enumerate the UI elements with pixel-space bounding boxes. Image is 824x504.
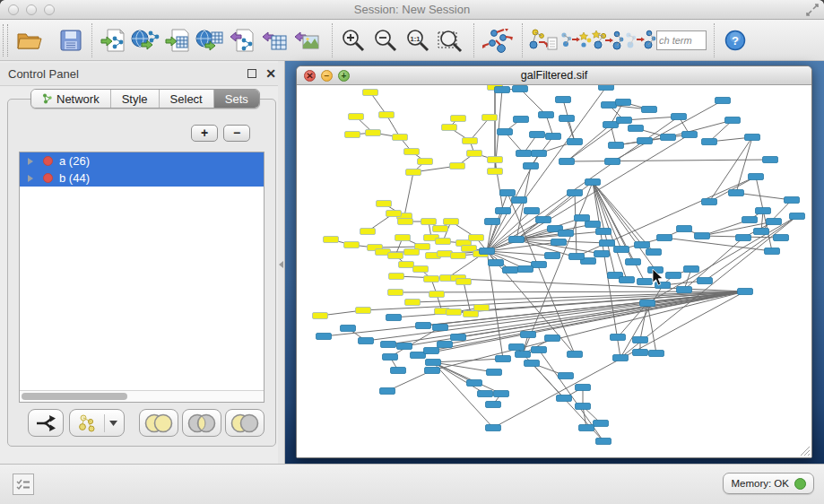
horizontal-scrollbar[interactable] [20,390,264,402]
graph-node-blue[interactable] [600,240,615,247]
tab-sets[interactable]: Sets [214,90,259,108]
graph-node-yellow[interactable] [467,151,482,157]
graph-node-blue[interactable] [575,215,590,222]
graph-node-blue[interactable] [754,229,769,235]
graph-node-blue[interactable] [611,335,626,341]
graph-node-blue[interactable] [657,235,672,241]
graph-node-blue[interactable] [559,159,575,165]
graph-node-blue[interactable] [509,237,525,243]
search-input[interactable]: ch term [656,30,707,50]
graph-node-yellow[interactable] [421,219,437,225]
graph-node-blue[interactable] [556,97,571,103]
graph-node-blue[interactable] [391,368,406,374]
graph-edge[interactable] [495,160,503,211]
create-set-from-network-button[interactable] [69,409,125,437]
graph-node-blue[interactable] [603,122,619,128]
graph-node-blue[interactable] [424,348,439,354]
graph-edge[interactable] [520,89,546,115]
graph-node-blue[interactable] [478,391,493,397]
graph-node-yellow[interactable] [413,266,429,273]
graph-node-blue[interactable] [729,190,744,196]
network-diff-faded-icon[interactable] [624,22,656,58]
graph-node-yellow[interactable] [356,308,371,314]
venn-intersection-button[interactable] [182,409,221,437]
graph-node-blue[interactable] [381,342,396,348]
graph-node-blue[interactable] [585,179,601,186]
graph-node-blue[interactable] [532,347,547,353]
graph-node-blue[interactable] [545,335,560,342]
open-session-icon[interactable] [13,22,46,58]
graph-node-blue[interactable] [620,277,635,283]
help-icon[interactable]: ? [719,22,751,58]
set-list-item[interactable]: b (44) [20,169,264,187]
graph-node-blue[interactable] [576,385,591,391]
graph-node-blue[interactable] [742,217,758,223]
graph-node-blue[interactable] [702,139,717,145]
graph-node-blue[interactable] [569,254,585,260]
graph-node-blue[interactable] [500,190,516,196]
expand-caret-icon[interactable] [28,158,33,165]
graph-node-blue[interactable] [485,219,500,225]
graph-node-yellow[interactable] [360,229,376,235]
import-network-web-icon[interactable] [129,22,161,58]
export-image-icon[interactable] [291,22,323,58]
graph-node-blue[interactable] [503,267,518,274]
import-table-web-icon[interactable] [194,22,226,58]
graph-node-yellow[interactable] [451,253,466,259]
graph-node-blue[interactable] [738,289,753,295]
graph-node-blue[interactable] [736,235,751,241]
graph-node-blue[interactable] [512,197,527,204]
graph-node-blue[interactable] [494,391,509,397]
graph-node-blue[interactable] [525,208,540,214]
tab-select[interactable]: Select [160,90,214,108]
graph-node-blue[interactable] [585,222,601,228]
graph-node-blue[interactable] [516,352,531,358]
graph-node-blue[interactable] [568,139,583,145]
graph-node-yellow[interactable] [450,163,465,169]
graph-node-blue[interactable] [633,337,648,343]
graph-node-blue[interactable] [487,369,502,376]
network-window-titlebar[interactable]: ✕ − + galFiltered.sif [297,66,811,85]
graph-node-yellow[interactable] [463,138,478,144]
graph-node-blue[interactable] [596,439,611,445]
graph-node-blue[interactable] [594,251,610,257]
float-panel-icon[interactable] [247,69,256,78]
graph-node-blue[interactable] [649,351,664,357]
graph-node-yellow[interactable] [363,90,378,96]
graph-node-blue[interactable] [677,226,692,232]
graph-node-blue[interactable] [532,262,547,268]
graph-node-yellow[interactable] [366,130,381,136]
graph-node-yellow[interactable] [442,125,457,131]
graph-node-yellow[interactable] [404,249,420,256]
graph-node-blue[interactable] [539,112,554,118]
graph-node-blue[interactable] [602,102,617,109]
graph-node-yellow[interactable] [418,159,433,165]
graph-node-yellow[interactable] [474,305,490,311]
graph-node-blue[interactable] [536,217,551,223]
graph-node-yellow[interactable] [404,149,420,155]
graph-node-yellow[interactable] [429,291,445,298]
expand-caret-icon[interactable] [28,175,33,182]
graph-node-yellow[interactable] [444,219,459,225]
graph-node-blue[interactable] [646,249,662,256]
graph-node-blue[interactable] [380,388,395,395]
graph-edge[interactable] [395,291,745,292]
graph-edge[interactable] [366,291,745,341]
graph-node-yellow[interactable] [433,226,448,232]
graph-node-blue[interactable] [559,230,574,237]
graph-node-blue[interactable] [616,100,631,106]
graph-node-blue[interactable] [677,287,692,293]
task-history-button[interactable] [13,474,34,495]
import-table-file-icon[interactable] [161,22,194,58]
graph-node-yellow[interactable] [393,135,408,141]
graph-node-blue[interactable] [433,325,448,331]
graph-node-yellow[interactable] [386,211,402,217]
network-diff-report-icon[interactable] [527,22,559,58]
import-network-file-icon[interactable] [97,22,129,58]
graph-node-blue[interactable] [613,355,629,361]
graph-node-blue[interactable] [638,138,653,144]
graph-edge[interactable] [624,117,679,120]
graph-node-blue[interactable] [518,266,533,273]
graph-node-yellow[interactable] [438,251,453,257]
remove-set-button[interactable]: − [223,125,250,142]
